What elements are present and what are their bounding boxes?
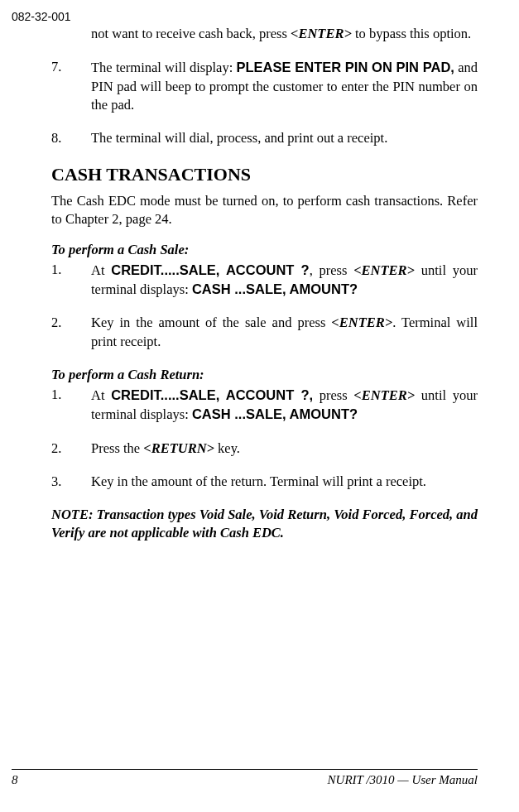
key-reference: <ENTER> [291, 26, 352, 41]
text-run: At [91, 262, 111, 278]
note-paragraph: NOTE: Transaction types Void Sale, Void … [51, 506, 478, 543]
text-run: Key in the amount of the sale and press [91, 315, 331, 330]
list-item-8: 8. The terminal will dial, process, and … [51, 129, 478, 147]
item-number: 7. [51, 58, 91, 114]
subheading-cash-return: To perform a Cash Return: [51, 366, 478, 384]
manual-title: NURIT /3010 — User Manual [328, 773, 478, 787]
text-run: Key in the amount of the return. Termina… [91, 473, 478, 491]
item-number: 8. [51, 129, 91, 147]
text-run: At [91, 387, 111, 403]
text-run: to bypass this option. [352, 26, 471, 41]
return-item-1: 1. At CREDIT.....SALE, ACCOUNT ?, press … [51, 386, 478, 425]
text-run: The terminal will display: [91, 60, 237, 75]
key-reference: <ENTER> [353, 262, 415, 278]
page-footer: 8 NURIT /3010 — User Manual [12, 769, 478, 787]
item-number: 3. [51, 473, 91, 491]
item-number: 1. [51, 386, 91, 425]
display-text: CASH ...SALE, AMOUNT? [192, 281, 358, 296]
item-number: 1. [51, 261, 91, 300]
key-reference: <ENTER> [331, 315, 392, 330]
display-text: PLEASE ENTER PIN ON PIN PAD, [237, 60, 454, 74]
item-number: 2. [51, 440, 91, 458]
list-item-7: 7. The terminal will display: PLEASE ENT… [51, 58, 478, 114]
text-run: key. [214, 440, 240, 456]
subheading-cash-sale: To perform a Cash Sale: [51, 241, 478, 259]
key-reference: <ENTER> [353, 387, 415, 403]
text-run: not want to receive cash back, press [91, 26, 291, 41]
display-text: CASH ...SALE, AMOUNT? [192, 406, 358, 421]
section-intro: The Cash EDC mode must be turned on, to … [51, 192, 478, 229]
item-number: 2. [51, 314, 91, 351]
doc-number: 082-32-001 [12, 10, 71, 23]
display-text: CREDIT.....SALE, ACCOUNT ?, [111, 387, 313, 402]
text-run: press [313, 387, 353, 403]
doc-number-header: 082-32-001 [12, 10, 71, 23]
key-reference: <RETURN> [143, 440, 214, 456]
text-run: The terminal will dial, process, and pri… [91, 129, 478, 147]
text-run: , press [310, 262, 354, 278]
display-text: CREDIT.....SALE, ACCOUNT ? [111, 262, 309, 277]
return-item-3: 3. Key in the amount of the return. Term… [51, 473, 478, 491]
sale-item-2: 2. Key in the amount of the sale and pre… [51, 314, 478, 351]
return-item-2: 2. Press the <RETURN> key. [51, 440, 478, 458]
text-run: Press the [91, 440, 143, 456]
sale-item-1: 1. At CREDIT.....SALE, ACCOUNT ?, press … [51, 261, 478, 300]
section-heading: CASH TRANSACTIONS [51, 162, 478, 187]
page-number: 8 [12, 773, 18, 787]
page-content: not want to receive cash back, press <EN… [51, 25, 478, 543]
continuation-paragraph: not want to receive cash back, press <EN… [51, 25, 478, 43]
